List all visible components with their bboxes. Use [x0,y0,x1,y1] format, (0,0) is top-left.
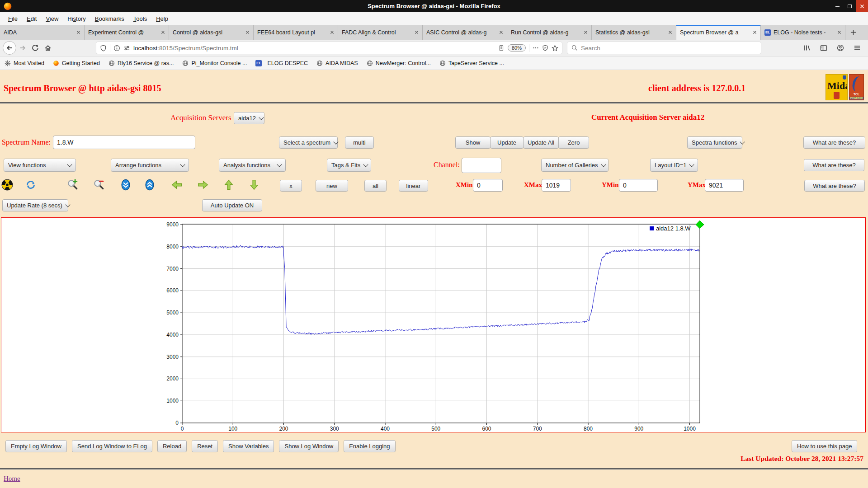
update-button[interactable]: Update [490,136,524,149]
tab-close-icon[interactable] [668,30,672,34]
tab-close-icon[interactable] [584,30,588,34]
reload-button[interactable] [29,42,42,54]
zoom-out-icon[interactable] [93,179,105,191]
maximize-button[interactable] [844,0,856,12]
all-button[interactable]: all [364,180,387,192]
tab-close-icon[interactable] [76,30,80,34]
x-axis-button[interactable]: x [280,180,302,192]
back-button[interactable] [3,41,16,55]
close-button[interactable] [856,0,868,12]
zoom-level-indicator[interactable]: 80% [508,44,526,52]
zero-button[interactable]: Zero [558,136,589,149]
bookmark-most-visited[interactable]: Most Visited [5,60,44,66]
library-icon[interactable] [801,42,813,54]
pocket-shield-icon[interactable] [542,45,548,51]
bookmark-pi-monitor-console[interactable]: Pi_Monitor Console ... [182,60,247,66]
show-button[interactable]: Show [455,136,491,149]
update-rate-dropdown[interactable]: Update Rate (8 secs) [2,199,68,211]
xmax-input[interactable]: 1019 [542,179,571,192]
tab-statistics-aidas-gsi[interactable]: Statistics @ aidas-gsi [592,25,676,40]
tab-control-aidas-gsi[interactable]: Control @ aidas-gsi [169,25,254,40]
reset-button[interactable]: Reset [192,440,218,452]
bookmark-star-icon[interactable] [552,45,558,52]
tab-close-icon[interactable] [499,30,503,34]
what-are-these-button-2[interactable]: What are these? [804,159,864,171]
home-link[interactable]: Home [4,475,20,483]
channel-input[interactable] [462,158,501,173]
hamburger-menu-icon[interactable] [851,42,863,54]
sidebar-icon[interactable] [817,42,830,54]
xmin-input[interactable]: 0 [473,179,503,192]
tab-elog-noise-tests[interactable]: ELELOG - Noise tests - [761,25,845,40]
acquisition-server-select[interactable]: aida12 [234,112,264,124]
new-button[interactable]: new [316,180,348,192]
tab-aida[interactable]: AIDA [0,25,85,40]
tab-asic-control-aidas-g[interactable]: ASIC Control @ aidas-g [423,25,507,40]
tab-fadc-align-control[interactable]: FADC Align & Control [338,25,423,40]
bookmark-elog-despec[interactable]: ELELOG DESPEC [255,60,308,66]
minimize-button[interactable] [831,0,844,12]
permissions-icon[interactable] [123,45,130,52]
ymax-input[interactable]: 9021 [705,179,744,192]
bookmark-getting-started[interactable]: Getting Started [53,60,100,66]
menu-help[interactable]: Help [151,14,173,24]
home-button[interactable] [42,42,54,54]
galleries-dropdown[interactable]: Number of Galleries [541,159,609,172]
tab-fee64-board-layout-pl[interactable]: FEE64 board Layout pl [254,25,338,40]
forward-button[interactable] [16,42,29,54]
bookmark-newmerger-control[interactable]: NewMerger: Control... [367,60,431,66]
refresh-icon[interactable] [25,179,37,191]
arrow-up-icon[interactable] [223,179,235,191]
enable-logging-button[interactable]: Enable Logging [344,440,395,452]
tab-close-icon[interactable] [161,30,165,34]
url-bar[interactable]: localhost:8015/Spectrum/Spectrum.tml 80% [96,42,562,54]
update-all-button[interactable]: Update All [523,136,559,149]
how-to-use-button[interactable]: How to use this page [792,440,857,452]
bookmark-rly16-service-ras[interactable]: Rly16 Service @ ras... [108,60,174,66]
analysis-functions-dropdown[interactable]: Analysis functions [219,159,286,172]
tags-fits-dropdown[interactable]: Tags & Fits [327,159,371,172]
linear-button[interactable]: linear [399,180,428,192]
send-log-window-to-elog-button[interactable]: Send Log Window to ELog [72,440,152,452]
new-tab-button[interactable] [845,25,861,40]
url-text[interactable]: localhost:8015/Spectrum/Spectrum.tml [133,45,495,52]
multi-button[interactable]: multi [345,136,374,149]
zoom-in-icon[interactable] [67,179,79,191]
site-info-icon[interactable] [113,45,120,52]
bookmark-aida-midas[interactable]: AIDA MIDAS [316,60,358,66]
select-spectrum-dropdown[interactable]: Select a spectrum [279,136,338,149]
reload-button[interactable]: Reload [157,440,187,452]
reader-mode-icon[interactable] [498,45,505,52]
tab-close-icon[interactable] [753,30,757,34]
spectra-functions-dropdown[interactable]: Spectra functions [687,136,742,149]
arrow-down-icon[interactable] [248,179,260,191]
expand-vertical-icon[interactable] [144,179,156,191]
what-are-these-button-1[interactable]: What are these? [803,136,865,149]
menu-file[interactable]: File [4,14,22,24]
tab-close-icon[interactable] [837,30,841,34]
what-are-these-button-3[interactable]: What are these? [804,180,865,192]
tab-run-control-aidas-g[interactable]: Run Control @ aidas-g [507,25,592,40]
arrow-left-icon[interactable] [171,179,183,191]
menu-edit[interactable]: Edit [22,14,41,24]
compress-vertical-icon[interactable] [120,179,132,191]
tab-close-icon[interactable] [415,30,419,34]
spectrum-chart[interactable]: 0100200300400500600700800900100001000200… [153,221,709,433]
page-actions-icon[interactable] [533,45,539,51]
tab-close-icon[interactable] [245,30,250,34]
menu-view[interactable]: View [41,14,63,24]
arrow-right-icon[interactable] [197,179,209,191]
tab-spectrum-browser-a[interactable]: Spectrum Browser @ a [676,25,761,40]
show-variables-button[interactable]: Show Variables [223,440,274,452]
show-log-window-button[interactable]: Show Log Window [279,440,339,452]
menu-bookmarks[interactable]: Bookmarks [90,14,129,24]
search-input[interactable]: Search [567,42,761,54]
spectrum-name-input[interactable]: 1.8.W [53,136,195,149]
tab-close-icon[interactable] [330,30,334,34]
arrange-functions-dropdown[interactable]: Arrange functions [111,159,189,172]
radioactive-icon[interactable] [1,179,13,191]
ymin-input[interactable]: 0 [619,179,658,192]
tracking-protection-shield-icon[interactable] [100,45,107,52]
auto-update-button[interactable]: Auto Update ON [202,199,262,211]
layout-id-dropdown[interactable]: Layout ID=1 [650,159,698,172]
